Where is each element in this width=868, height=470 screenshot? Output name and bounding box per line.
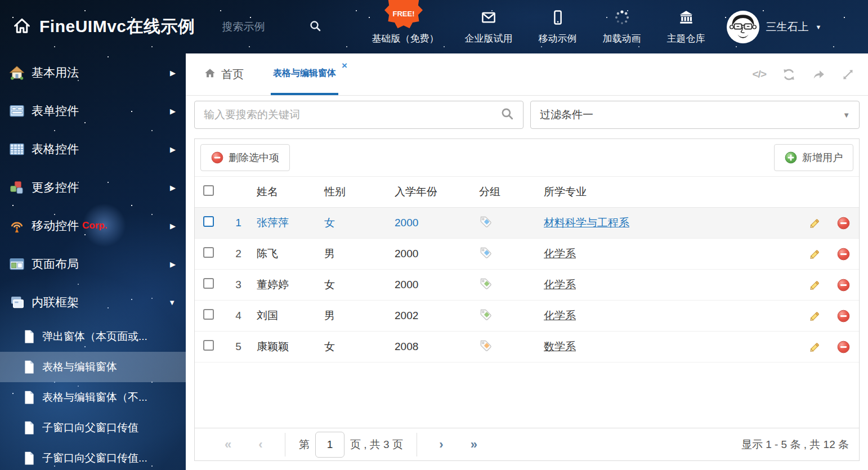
table-row[interactable]: 5康颖颖女2008数学系 (195, 332, 859, 362)
delete-icon[interactable] (837, 217, 850, 230)
frames-icon (8, 294, 26, 311)
filter-dropdown-value: 过滤条件一 (540, 108, 843, 122)
search-icon[interactable] (309, 20, 321, 34)
row-checkbox[interactable] (203, 247, 214, 258)
nav-mobile-demo[interactable]: 移动示例 (539, 9, 577, 45)
row-year: 2000 (392, 217, 476, 229)
sidebar-item-form-controls[interactable]: 表单控件 ▶ (0, 92, 186, 130)
row-group (476, 308, 541, 324)
select-all-checkbox[interactable] (203, 185, 214, 196)
spinner-icon (614, 9, 630, 28)
fullscreen-icon[interactable] (842, 68, 854, 81)
sidebar-item-iframe[interactable]: 内联框架 ▼ (0, 283, 186, 321)
home-logo-icon[interactable] (12, 16, 32, 38)
row-checkbox[interactable] (203, 309, 214, 320)
delete-selected-button[interactable]: 删除选中项 (200, 144, 290, 171)
corp-badge: Corp. (82, 220, 107, 231)
row-index: 3 (223, 279, 254, 291)
row-checkbox[interactable] (203, 216, 214, 227)
edit-icon[interactable] (808, 248, 821, 261)
row-major-link[interactable]: 化学系 (544, 310, 576, 321)
file-icon (23, 329, 36, 344)
delete-icon[interactable] (837, 279, 850, 292)
row-year: 2008 (392, 341, 476, 353)
bank-icon (678, 9, 695, 28)
open-new-window-icon[interactable] (812, 68, 826, 82)
add-user-button[interactable]: 新增用户 (774, 144, 853, 171)
row-name: 刘国 (254, 308, 321, 323)
chevron-right-icon: ▶ (170, 69, 176, 77)
page-number-input[interactable] (315, 432, 344, 458)
tab-toolbar: </> (753, 53, 854, 95)
sidebar-item-grid-controls[interactable]: 表格控件 ▶ (0, 130, 186, 168)
nav-theme-repo[interactable]: 主题仓库 (667, 9, 705, 45)
table-row[interactable]: 1张萍萍女2000材料科学与工程系 (195, 208, 859, 239)
prev-page-icon[interactable]: ‹ (244, 437, 277, 452)
last-page-icon[interactable]: » (458, 437, 490, 452)
table-row[interactable]: 3董婷婷女2000化学系 (195, 270, 859, 301)
sidebar-subitem-child-to-parent-2[interactable]: 子窗口向父窗口传值... (0, 443, 186, 470)
row-major-link[interactable]: 数学系 (544, 341, 576, 352)
delete-icon[interactable] (837, 248, 850, 261)
tab-close-icon[interactable]: × (342, 61, 347, 70)
sidebar-item-mobile-controls[interactable]: 移动控件 Corp. ▶ (0, 207, 186, 245)
table-row[interactable]: 2陈飞男2000化学系 (195, 239, 859, 270)
main-content: 首页 表格与编辑窗体 × </> 过滤条件一 ▼ (186, 53, 868, 470)
user-caret-icon: ▼ (816, 24, 822, 30)
avatar (727, 11, 759, 43)
sidebar-item-label: 页面布局 (32, 256, 79, 272)
sidebar-item-more-controls[interactable]: 更多控件 ▶ (0, 168, 186, 207)
row-index: 5 (223, 341, 254, 353)
filter-row: 过滤条件一 ▼ (194, 101, 860, 129)
next-page-icon[interactable]: › (425, 437, 458, 452)
chevron-right-icon: ▶ (170, 222, 176, 230)
sidebar-item-label: 内联框架 (32, 294, 79, 310)
edit-icon[interactable] (808, 217, 821, 230)
edit-icon[interactable] (808, 279, 821, 292)
row-major-link[interactable]: 材料科学与工程系 (544, 217, 629, 229)
layout-icon (8, 256, 26, 272)
delete-icon[interactable] (837, 341, 850, 353)
button-label: 新增用户 (802, 151, 843, 164)
file-icon (23, 390, 36, 405)
table-row[interactable]: 4刘国男2002化学系 (195, 301, 859, 332)
first-page-icon[interactable]: « (212, 437, 244, 452)
sidebar-subitem-popup-window[interactable]: 弹出窗体（本页面或... (0, 321, 186, 352)
plus-circle-icon (785, 151, 797, 164)
edit-icon[interactable] (808, 310, 821, 323)
tag-icon (479, 215, 493, 229)
view-source-icon[interactable]: </> (753, 68, 766, 80)
sidebar-subitem-grid-edit-window[interactable]: 表格与编辑窗体 (0, 352, 186, 382)
search-icon[interactable] (500, 107, 514, 123)
row-major-link[interactable]: 化学系 (544, 248, 576, 259)
keyword-search-input[interactable] (204, 109, 500, 121)
row-index: 4 (223, 310, 254, 322)
tab-grid-edit-window[interactable]: 表格与编辑窗体 × (271, 53, 338, 95)
nav-label: 主题仓库 (667, 32, 705, 45)
filter-dropdown[interactable]: 过滤条件一 ▼ (530, 101, 860, 129)
nav-loading-animation[interactable]: 加载动画 (603, 9, 641, 45)
sidebar-item-basic-usage[interactable]: 基本用法 ▶ (0, 53, 186, 92)
row-major-link[interactable]: 化学系 (544, 279, 576, 290)
edit-icon[interactable] (808, 341, 821, 353)
user-menu[interactable]: 三生石上 ▼ (727, 11, 822, 43)
sidebar-item-page-layout[interactable]: 页面布局 ▶ (0, 245, 186, 283)
row-checkbox[interactable] (203, 340, 214, 351)
form-icon (8, 102, 26, 119)
sidebar-subitem-grid-edit-window-2[interactable]: 表格与编辑窗体（不... (0, 382, 186, 413)
row-year: 2000 (392, 248, 476, 260)
refresh-icon[interactable] (782, 68, 796, 82)
sidebar-item-label: 表格控件 (32, 141, 79, 157)
delete-icon[interactable] (837, 310, 850, 323)
tab-home[interactable]: 首页 (204, 53, 244, 95)
grid-icon (8, 141, 26, 158)
app-title: FineUIMvc在线示例 (39, 15, 195, 38)
tag-icon (479, 308, 493, 321)
chevron-right-icon: ▶ (170, 260, 176, 268)
sidebar-subitem-label: 子窗口向父窗口传值... (42, 451, 147, 465)
row-checkbox[interactable] (203, 278, 214, 289)
nav-enterprise-trial[interactable]: 企业版试用 (465, 9, 513, 45)
sidebar-subitem-child-to-parent[interactable]: 子窗口向父窗口传值 (0, 413, 186, 443)
header-search-input[interactable] (222, 21, 301, 33)
column-year: 入学年份 (392, 185, 476, 199)
